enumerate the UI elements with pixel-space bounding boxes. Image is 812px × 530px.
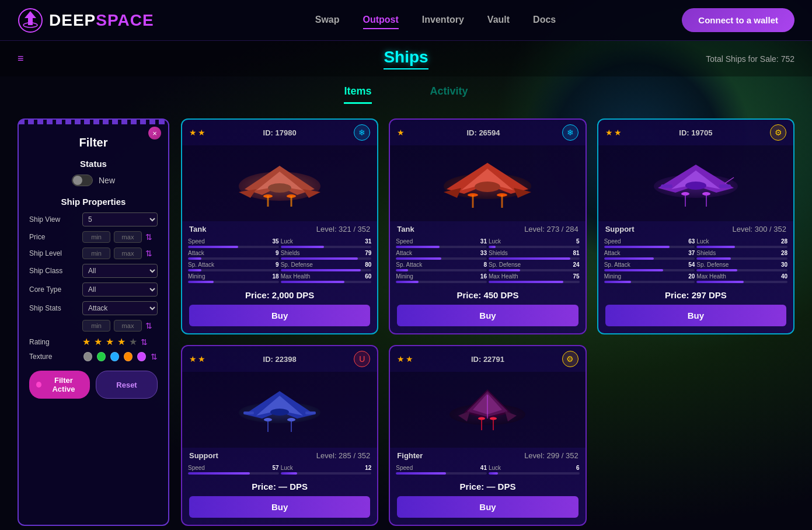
rating-row: Rating ★ ★ ★ ★ ★ ⇅ [29, 336, 158, 347]
nav-docs[interactable]: Docs [533, 12, 556, 29]
tab-activity[interactable]: Activity [430, 85, 468, 104]
buy-button[interactable]: Buy [397, 496, 578, 518]
card-type-icon: ❄ [354, 124, 370, 141]
main-content: × Filter Status New Ship Properties Ship… [0, 107, 812, 530]
texture-dot-blue[interactable] [110, 352, 119, 361]
star: ★ [397, 354, 405, 364]
card-price: Price: 297 DPS [598, 285, 793, 302]
texture-sort-icon[interactable]: ⇅ [151, 352, 158, 361]
price-label: Price [29, 233, 79, 241]
nav-vault[interactable]: Vault [487, 12, 510, 29]
card-type-level: Support Level: 285 / 352 [182, 448, 377, 462]
logo[interactable]: DEEPSPACE [18, 8, 154, 33]
ship-level-max-input[interactable] [114, 247, 142, 259]
star: ★ [198, 128, 205, 137]
card-header: ★★ ID: 22791 ⚙ [390, 346, 585, 372]
card-stars: ★★ [605, 128, 622, 137]
ship-stats-max-input[interactable] [114, 320, 142, 332]
stat-row: Sp. Attack8 [396, 261, 487, 271]
star: ★ [198, 354, 205, 364]
price-max-input[interactable] [114, 231, 142, 243]
nav-swap[interactable]: Swap [315, 12, 340, 29]
card-type-level: Tank Level: 321 / 352 [182, 221, 377, 236]
card-stars: ★★ [189, 128, 205, 137]
ship-stats-sort-icon[interactable]: ⇅ [145, 321, 152, 330]
star-3[interactable]: ★ [106, 336, 114, 347]
stat-row: Shields28 [696, 250, 787, 260]
stat-row: Sp. Attack54 [604, 261, 695, 271]
buy-button[interactable]: Buy [605, 305, 786, 326]
star-1[interactable]: ★ [82, 336, 90, 347]
price-min-input[interactable] [82, 231, 110, 243]
star-2[interactable]: ★ [94, 336, 102, 347]
logo-icon [18, 8, 43, 33]
reset-button[interactable]: Reset [96, 371, 158, 399]
ship-level: Level: 273 / 284 [524, 225, 578, 233]
filter-toggle-button[interactable]: ≡ [18, 53, 24, 65]
texture-dot-purple[interactable] [137, 352, 146, 361]
stat-row: Sp. Defense24 [489, 261, 580, 271]
ship-stats-select[interactable]: AttackSpeedShieldsMining [82, 301, 158, 315]
ship-level-sort-icon[interactable]: ⇅ [145, 249, 152, 258]
stat-row: Sp. Defense30 [696, 261, 787, 271]
buy-button[interactable]: Buy [397, 305, 578, 326]
card-type-level: Fighter Level: 299 / 352 [390, 448, 585, 462]
active-dot [36, 382, 41, 388]
stat-row: Luck28 [696, 238, 787, 248]
nav-outpost[interactable]: Outpost [363, 12, 399, 29]
card-price: Price: — DPS [182, 477, 377, 494]
star: ★ [614, 128, 622, 137]
texture-dot-orange[interactable] [124, 352, 133, 361]
stat-row: Speed31 [396, 238, 487, 248]
nav-inventory[interactable]: Inventory [422, 12, 464, 29]
filter-active-button[interactable]: Filter Active [29, 371, 90, 399]
star-5[interactable]: ★ [129, 336, 137, 347]
ship-stats-range-row: ⇅ [29, 320, 158, 332]
stats-grid: Speed63 Luck28 Attack37 Shields28 Sp. At… [598, 236, 793, 285]
main-nav: Swap Outpost Inventory Vault Docs [189, 12, 682, 29]
star-4[interactable]: ★ [117, 336, 126, 347]
ship-class-select[interactable]: AllTankSupportFighter [82, 264, 158, 278]
star: ★ [397, 128, 405, 137]
tabs-container: Items Activity [0, 76, 812, 107]
price-row: Price ⇅ [29, 231, 158, 243]
ship-image [182, 145, 377, 221]
logo-text: DEEPSPACE [49, 11, 154, 30]
ship-level-min-input[interactable] [82, 247, 110, 259]
ship-level: Level: 300 / 352 [732, 225, 786, 233]
ship-level: Level: 321 / 352 [316, 225, 371, 233]
card-stars: ★★ [189, 354, 205, 364]
stat-row: Mining16 [396, 273, 487, 283]
connect-wallet-button[interactable]: Connect to a wallet [682, 8, 794, 32]
ship-props-title: Ship Properties [29, 197, 158, 207]
texture-dot-green[interactable] [97, 352, 106, 361]
stat-row: Mining20 [604, 273, 695, 283]
card-id: ID: 17980 [263, 128, 297, 137]
new-toggle[interactable] [72, 175, 93, 186]
ship-type: Fighter [397, 451, 423, 460]
stats-grid: Speed57 Luck12 [182, 462, 377, 477]
ship-card-22398: ★★ ID: 22398 U Support Level: 285 / 352 … [181, 345, 378, 526]
ship-level: Level: 299 / 352 [524, 451, 578, 460]
core-type-select[interactable]: AllFireIceStorm [82, 283, 158, 297]
stat-row: Shields79 [281, 250, 372, 260]
price-sort-icon[interactable]: ⇅ [145, 232, 152, 242]
buy-button[interactable]: Buy [189, 305, 370, 326]
stat-row: Luck31 [281, 238, 372, 248]
texture-row: Texture ⇅ [29, 352, 158, 361]
rating-sort-icon[interactable]: ⇅ [141, 337, 148, 347]
svg-point-36 [270, 409, 289, 416]
card-stars: ★ [397, 128, 405, 137]
new-label: New [99, 176, 115, 185]
ship-card-26594: ★ ID: 26594 ❄ Tank Level: 273 / 284 Spee… [389, 118, 586, 334]
ship-class-label: Ship Class [29, 267, 79, 275]
filter-close-button[interactable]: × [148, 127, 161, 140]
buy-button[interactable]: Buy [189, 496, 370, 518]
card-type-level: Tank Level: 273 / 284 [390, 221, 585, 236]
tab-items[interactable]: Items [344, 85, 371, 104]
svg-rect-26 [661, 184, 672, 188]
texture-dot-gray[interactable] [83, 352, 92, 361]
ship-stats-min-input[interactable] [82, 320, 110, 332]
ship-view-select[interactable]: 5102050 [82, 212, 158, 226]
stat-row: Sp. Defense80 [281, 261, 372, 271]
